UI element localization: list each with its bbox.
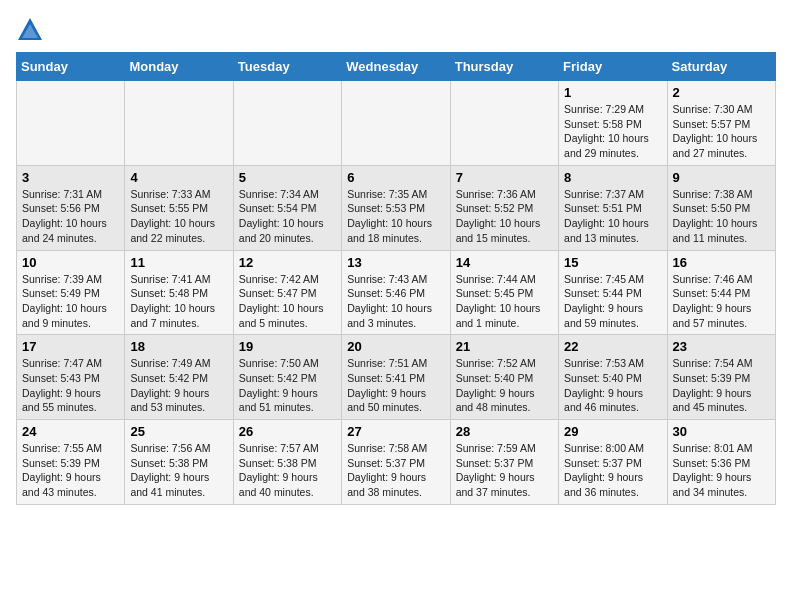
calendar-body: 1Sunrise: 7:29 AM Sunset: 5:58 PM Daylig… — [17, 81, 776, 505]
day-number: 10 — [22, 255, 119, 270]
day-number: 27 — [347, 424, 444, 439]
day-of-week-header: Saturday — [667, 53, 775, 81]
calendar-week-row: 3Sunrise: 7:31 AM Sunset: 5:56 PM Daylig… — [17, 165, 776, 250]
day-number: 1 — [564, 85, 661, 100]
day-number: 30 — [673, 424, 770, 439]
calendar-day-cell: 5Sunrise: 7:34 AM Sunset: 5:54 PM Daylig… — [233, 165, 341, 250]
day-number: 20 — [347, 339, 444, 354]
calendar-day-cell: 14Sunrise: 7:44 AM Sunset: 5:45 PM Dayli… — [450, 250, 558, 335]
day-of-week-header: Wednesday — [342, 53, 450, 81]
day-info: Sunrise: 7:53 AM Sunset: 5:40 PM Dayligh… — [564, 356, 661, 415]
day-number: 16 — [673, 255, 770, 270]
day-info: Sunrise: 7:36 AM Sunset: 5:52 PM Dayligh… — [456, 187, 553, 246]
calendar-table: SundayMondayTuesdayWednesdayThursdayFrid… — [16, 52, 776, 505]
day-number: 14 — [456, 255, 553, 270]
day-number: 18 — [130, 339, 227, 354]
calendar-day-cell: 27Sunrise: 7:58 AM Sunset: 5:37 PM Dayli… — [342, 420, 450, 505]
day-number: 3 — [22, 170, 119, 185]
calendar-day-cell: 19Sunrise: 7:50 AM Sunset: 5:42 PM Dayli… — [233, 335, 341, 420]
calendar-day-cell: 12Sunrise: 7:42 AM Sunset: 5:47 PM Dayli… — [233, 250, 341, 335]
calendar-day-cell: 23Sunrise: 7:54 AM Sunset: 5:39 PM Dayli… — [667, 335, 775, 420]
calendar-day-cell: 17Sunrise: 7:47 AM Sunset: 5:43 PM Dayli… — [17, 335, 125, 420]
day-of-week-header: Thursday — [450, 53, 558, 81]
calendar-day-cell — [17, 81, 125, 166]
calendar-day-cell: 21Sunrise: 7:52 AM Sunset: 5:40 PM Dayli… — [450, 335, 558, 420]
day-number: 21 — [456, 339, 553, 354]
day-number: 29 — [564, 424, 661, 439]
calendar-day-cell: 13Sunrise: 7:43 AM Sunset: 5:46 PM Dayli… — [342, 250, 450, 335]
day-info: Sunrise: 7:52 AM Sunset: 5:40 PM Dayligh… — [456, 356, 553, 415]
day-number: 9 — [673, 170, 770, 185]
calendar-day-cell: 6Sunrise: 7:35 AM Sunset: 5:53 PM Daylig… — [342, 165, 450, 250]
day-info: Sunrise: 7:33 AM Sunset: 5:55 PM Dayligh… — [130, 187, 227, 246]
calendar-day-cell: 4Sunrise: 7:33 AM Sunset: 5:55 PM Daylig… — [125, 165, 233, 250]
calendar-day-cell: 10Sunrise: 7:39 AM Sunset: 5:49 PM Dayli… — [17, 250, 125, 335]
day-info: Sunrise: 7:35 AM Sunset: 5:53 PM Dayligh… — [347, 187, 444, 246]
calendar-week-row: 10Sunrise: 7:39 AM Sunset: 5:49 PM Dayli… — [17, 250, 776, 335]
day-info: Sunrise: 7:57 AM Sunset: 5:38 PM Dayligh… — [239, 441, 336, 500]
calendar-day-cell: 2Sunrise: 7:30 AM Sunset: 5:57 PM Daylig… — [667, 81, 775, 166]
day-info: Sunrise: 7:34 AM Sunset: 5:54 PM Dayligh… — [239, 187, 336, 246]
day-info: Sunrise: 7:44 AM Sunset: 5:45 PM Dayligh… — [456, 272, 553, 331]
day-of-week-header: Tuesday — [233, 53, 341, 81]
day-info: Sunrise: 7:46 AM Sunset: 5:44 PM Dayligh… — [673, 272, 770, 331]
day-info: Sunrise: 7:38 AM Sunset: 5:50 PM Dayligh… — [673, 187, 770, 246]
day-info: Sunrise: 7:30 AM Sunset: 5:57 PM Dayligh… — [673, 102, 770, 161]
calendar-header-row: SundayMondayTuesdayWednesdayThursdayFrid… — [17, 53, 776, 81]
day-number: 11 — [130, 255, 227, 270]
day-number: 24 — [22, 424, 119, 439]
calendar-day-cell: 7Sunrise: 7:36 AM Sunset: 5:52 PM Daylig… — [450, 165, 558, 250]
calendar-day-cell — [342, 81, 450, 166]
calendar-day-cell: 9Sunrise: 7:38 AM Sunset: 5:50 PM Daylig… — [667, 165, 775, 250]
day-info: Sunrise: 7:43 AM Sunset: 5:46 PM Dayligh… — [347, 272, 444, 331]
day-info: Sunrise: 7:39 AM Sunset: 5:49 PM Dayligh… — [22, 272, 119, 331]
day-number: 26 — [239, 424, 336, 439]
calendar-day-cell — [450, 81, 558, 166]
day-info: Sunrise: 7:55 AM Sunset: 5:39 PM Dayligh… — [22, 441, 119, 500]
calendar-week-row: 1Sunrise: 7:29 AM Sunset: 5:58 PM Daylig… — [17, 81, 776, 166]
day-number: 22 — [564, 339, 661, 354]
logo-icon — [16, 16, 44, 44]
day-number: 28 — [456, 424, 553, 439]
calendar-day-cell: 22Sunrise: 7:53 AM Sunset: 5:40 PM Dayli… — [559, 335, 667, 420]
calendar-day-cell: 3Sunrise: 7:31 AM Sunset: 5:56 PM Daylig… — [17, 165, 125, 250]
day-number: 19 — [239, 339, 336, 354]
day-number: 25 — [130, 424, 227, 439]
calendar-day-cell: 29Sunrise: 8:00 AM Sunset: 5:37 PM Dayli… — [559, 420, 667, 505]
day-info: Sunrise: 7:49 AM Sunset: 5:42 PM Dayligh… — [130, 356, 227, 415]
calendar-day-cell: 24Sunrise: 7:55 AM Sunset: 5:39 PM Dayli… — [17, 420, 125, 505]
day-info: Sunrise: 8:01 AM Sunset: 5:36 PM Dayligh… — [673, 441, 770, 500]
day-info: Sunrise: 7:31 AM Sunset: 5:56 PM Dayligh… — [22, 187, 119, 246]
day-info: Sunrise: 7:54 AM Sunset: 5:39 PM Dayligh… — [673, 356, 770, 415]
day-info: Sunrise: 7:58 AM Sunset: 5:37 PM Dayligh… — [347, 441, 444, 500]
calendar-week-row: 24Sunrise: 7:55 AM Sunset: 5:39 PM Dayli… — [17, 420, 776, 505]
day-of-week-header: Monday — [125, 53, 233, 81]
calendar-day-cell: 1Sunrise: 7:29 AM Sunset: 5:58 PM Daylig… — [559, 81, 667, 166]
calendar-day-cell — [233, 81, 341, 166]
day-of-week-header: Friday — [559, 53, 667, 81]
day-number: 7 — [456, 170, 553, 185]
calendar-day-cell: 28Sunrise: 7:59 AM Sunset: 5:37 PM Dayli… — [450, 420, 558, 505]
day-info: Sunrise: 7:51 AM Sunset: 5:41 PM Dayligh… — [347, 356, 444, 415]
day-number: 15 — [564, 255, 661, 270]
logo — [16, 16, 48, 44]
calendar-week-row: 17Sunrise: 7:47 AM Sunset: 5:43 PM Dayli… — [17, 335, 776, 420]
calendar-day-cell — [125, 81, 233, 166]
calendar-day-cell: 16Sunrise: 7:46 AM Sunset: 5:44 PM Dayli… — [667, 250, 775, 335]
calendar-day-cell: 8Sunrise: 7:37 AM Sunset: 5:51 PM Daylig… — [559, 165, 667, 250]
day-of-week-header: Sunday — [17, 53, 125, 81]
day-info: Sunrise: 7:47 AM Sunset: 5:43 PM Dayligh… — [22, 356, 119, 415]
day-info: Sunrise: 7:56 AM Sunset: 5:38 PM Dayligh… — [130, 441, 227, 500]
day-info: Sunrise: 7:37 AM Sunset: 5:51 PM Dayligh… — [564, 187, 661, 246]
day-info: Sunrise: 7:59 AM Sunset: 5:37 PM Dayligh… — [456, 441, 553, 500]
day-number: 2 — [673, 85, 770, 100]
day-info: Sunrise: 7:41 AM Sunset: 5:48 PM Dayligh… — [130, 272, 227, 331]
calendar-day-cell: 25Sunrise: 7:56 AM Sunset: 5:38 PM Dayli… — [125, 420, 233, 505]
calendar-day-cell: 18Sunrise: 7:49 AM Sunset: 5:42 PM Dayli… — [125, 335, 233, 420]
calendar-day-cell: 15Sunrise: 7:45 AM Sunset: 5:44 PM Dayli… — [559, 250, 667, 335]
day-info: Sunrise: 7:42 AM Sunset: 5:47 PM Dayligh… — [239, 272, 336, 331]
day-number: 17 — [22, 339, 119, 354]
day-number: 5 — [239, 170, 336, 185]
day-number: 6 — [347, 170, 444, 185]
day-info: Sunrise: 8:00 AM Sunset: 5:37 PM Dayligh… — [564, 441, 661, 500]
